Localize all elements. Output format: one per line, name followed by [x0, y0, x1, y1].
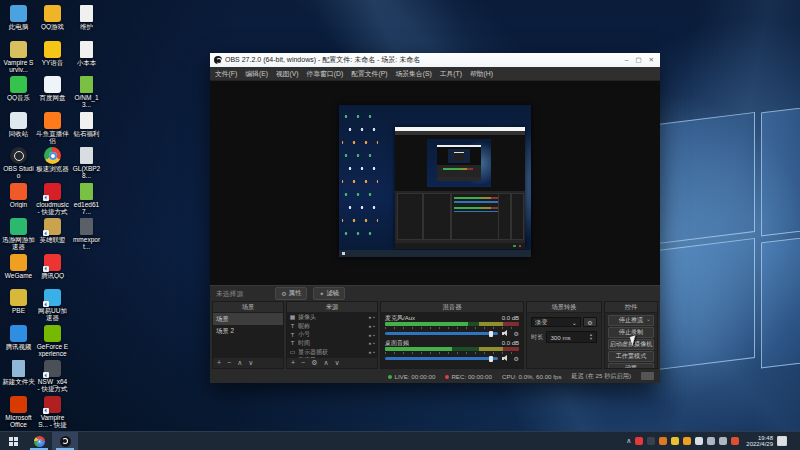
desktop-icon[interactable]: 迅游网游加速器: [2, 218, 35, 250]
desktop-icon[interactable]: GeForce Experience: [36, 325, 69, 357]
up-button[interactable]: ∧: [237, 358, 242, 368]
source-properties-button[interactable]: ⚙ 属性: [275, 287, 307, 300]
wegame-tray-icon[interactable]: [683, 437, 691, 445]
visibility-eye-icon[interactable]: ●: [368, 340, 371, 346]
duration-spinbox[interactable]: 300 ms ▲▼: [546, 331, 597, 343]
desktop-icon[interactable]: ed1ed617...: [70, 183, 103, 215]
menu-item[interactable]: 文件(F): [215, 69, 237, 79]
notification-center-icon[interactable]: [777, 436, 787, 446]
tray-app-icon-yellow[interactable]: [671, 437, 679, 445]
desktop-icon[interactable]: PBE: [2, 289, 35, 314]
desktop-icon[interactable]: Vampire Surviv...: [2, 41, 35, 73]
menu-item[interactable]: 帮助(H): [470, 69, 493, 79]
lock-icon[interactable]: ▪: [373, 349, 375, 355]
desktop-icon[interactable]: 新建文件夹: [2, 360, 35, 385]
scene-item[interactable]: 场景 2: [213, 325, 283, 337]
speaker-icon[interactable]: [502, 330, 510, 337]
obs-preview-canvas[interactable]: [210, 81, 660, 285]
scene-item[interactable]: 场景: [213, 313, 283, 325]
up-button[interactable]: ∧: [323, 358, 328, 368]
security-tray-icon[interactable]: [731, 437, 739, 445]
maximize-button[interactable]: ▢: [635, 56, 641, 64]
spinner-arrows-icon[interactable]: ▲▼: [589, 333, 593, 341]
menu-item[interactable]: 编辑(E): [245, 69, 268, 79]
desktop-icon[interactable]: 英雄联盟: [36, 218, 69, 243]
minimize-button[interactable]: –: [625, 56, 629, 64]
obs-title-bar[interactable]: OBS 27.2.0 (64-bit, windows) - 配置文件: 未命名…: [210, 53, 660, 67]
netease-music-tray-icon[interactable]: [635, 437, 643, 445]
desktop-icon[interactable]: VampireS... - 快捷方式: [36, 396, 69, 428]
gear-icon[interactable]: ⚙: [514, 330, 519, 337]
desktop-icon[interactable]: 此电脑: [2, 5, 35, 30]
start-button[interactable]: [0, 432, 26, 450]
desktop-icon[interactable]: 维护: [70, 5, 103, 30]
gear-icon[interactable]: ⚙: [514, 355, 519, 362]
desktop-icon[interactable]: Microsoft Office: [2, 396, 35, 428]
desktop-icon[interactable]: NSW_x64 - 快捷方式: [36, 360, 69, 392]
volume-tray-icon[interactable]: [707, 437, 715, 445]
visibility-eye-icon[interactable]: ●: [368, 323, 371, 329]
desktop-icon[interactable]: QQ游戏: [36, 5, 69, 30]
menu-item[interactable]: 停靠窗口(D): [307, 69, 344, 79]
studio-mode-button[interactable]: 工作室模式: [608, 351, 654, 362]
menu-item[interactable]: 视图(V): [276, 69, 299, 79]
desktop-icon[interactable]: 钻石福利: [70, 112, 103, 137]
desktop-icon[interactable]: 网易UU加速器: [36, 289, 69, 321]
down-button[interactable]: ∨: [248, 358, 253, 368]
lock-icon[interactable]: ▪: [373, 332, 375, 338]
stop-streaming-button[interactable]: 停止推流⌄: [608, 315, 654, 326]
lock-icon[interactable]: ▪: [373, 323, 375, 329]
add-button[interactable]: +: [217, 358, 221, 368]
desktop-icon[interactable]: 极速浏览器: [36, 147, 69, 172]
desktop-icon[interactable]: 斗鱼直播伴侣: [36, 112, 69, 144]
tray-app-icon-orange[interactable]: [659, 437, 667, 445]
plug-tray-icon[interactable]: [719, 437, 727, 445]
remove-button[interactable]: −: [227, 358, 231, 368]
speaker-icon[interactable]: [502, 355, 510, 362]
lock-icon[interactable]: ▪: [373, 314, 375, 320]
remove-button[interactable]: −: [301, 358, 305, 368]
properties-button[interactable]: ⚙: [311, 358, 317, 368]
obs-taskbar-icon[interactable]: [52, 432, 78, 450]
desktop-icon[interactable]: O/NM_13...: [70, 76, 103, 108]
desktop-icon[interactable]: mmexport...: [70, 218, 103, 250]
tray-app-icon-dark[interactable]: [647, 437, 655, 445]
transition-gear-button[interactable]: ⚙: [583, 317, 597, 327]
menu-item[interactable]: 配置文件(P): [351, 69, 387, 79]
desktop-icon[interactable]: QQ音乐: [2, 76, 35, 101]
desktop-icon[interactable]: Origin: [2, 183, 35, 208]
chrome-taskbar-icon[interactable]: [26, 432, 52, 450]
desktop-icon[interactable]: 腾讯视频: [2, 325, 35, 350]
volume-slider[interactable]: [385, 332, 498, 335]
close-button[interactable]: ✕: [649, 56, 654, 64]
desktop-icon[interactable]: GL(XBP28...: [70, 147, 103, 179]
lock-icon[interactable]: ▪: [373, 340, 375, 346]
display-capture-preview[interactable]: [339, 105, 531, 257]
source-item[interactable]: ▦摄像头●▪: [287, 313, 377, 322]
taskbar-clock[interactable]: 19:48 2022/4/29: [746, 435, 773, 448]
desktop-icon[interactable]: 腾讯QQ: [36, 254, 69, 279]
visibility-eye-icon[interactable]: ●: [368, 314, 371, 320]
visibility-eye-icon[interactable]: ●: [368, 349, 371, 355]
volume-slider[interactable]: [385, 357, 498, 360]
desktop-icon[interactable]: cloudmusic - 快捷方式: [36, 183, 69, 215]
desktop-icon[interactable]: 回收站: [2, 112, 35, 137]
down-button[interactable]: ∨: [335, 358, 340, 368]
tray-chevron-icon[interactable]: ∧: [626, 437, 631, 445]
transition-select[interactable]: 淡变 ⌄: [531, 317, 581, 327]
chat-tray-icon[interactable]: [695, 437, 703, 445]
add-button[interactable]: +: [291, 358, 295, 368]
source-item[interactable]: T小号●▪: [287, 330, 377, 339]
desktop-icon[interactable]: WeGame: [2, 254, 35, 279]
desktop-icon[interactable]: YY语音: [36, 41, 69, 66]
source-item[interactable]: T时间●▪: [287, 339, 377, 348]
desktop-icon[interactable]: 百度网盘: [36, 76, 69, 101]
visibility-eye-icon[interactable]: ●: [368, 332, 371, 338]
source-item[interactable]: ▭显示器捕获●▪: [287, 348, 377, 357]
menu-item[interactable]: 工具(T): [440, 69, 462, 79]
source-item[interactable]: T昵称●▪: [287, 322, 377, 331]
settings-button[interactable]: 设置: [608, 363, 654, 368]
desktop-icon[interactable]: OBS Studio: [2, 147, 35, 179]
desktop-icon[interactable]: 小本本: [70, 41, 103, 66]
source-filters-button[interactable]: ✦ 滤镜: [313, 287, 345, 300]
